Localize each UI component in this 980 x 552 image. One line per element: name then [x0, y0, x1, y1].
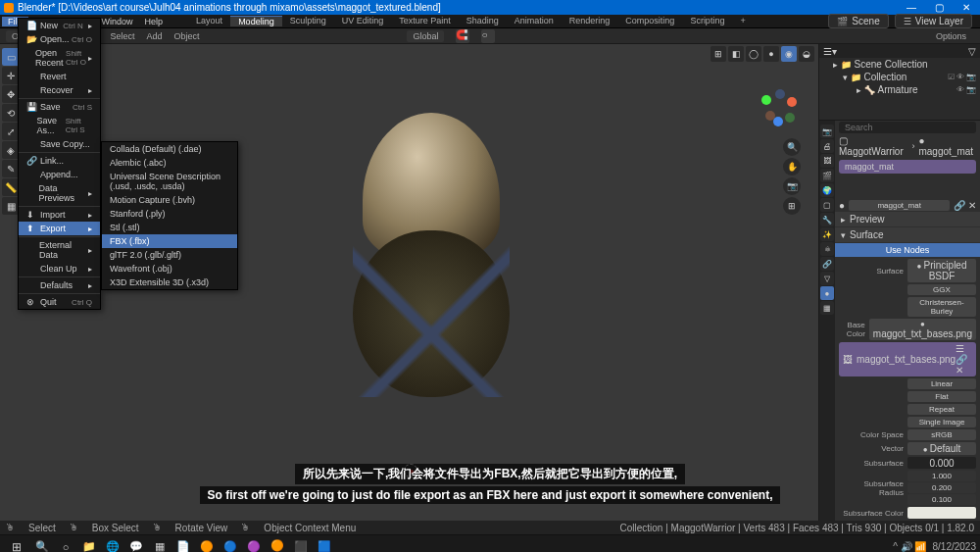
hdr-add[interactable]: Add	[146, 31, 162, 41]
export-x3d[interactable]: X3D Extensible 3D (.x3d)	[102, 276, 237, 289]
snap-icon[interactable]: 🧲	[456, 29, 469, 43]
ptab-data[interactable]: ▽	[820, 272, 834, 285]
basecolor-field[interactable]: ● maggot_txt_bases.png	[869, 319, 976, 340]
tab-add[interactable]: +	[732, 16, 753, 26]
export-motion[interactable]: Motion Capture (.bvh)	[102, 193, 237, 207]
file-menu-revert[interactable]: Revert	[19, 70, 100, 83]
file-menu-external-data[interactable]: External Data▸	[19, 238, 100, 262]
ptab-modifier[interactable]: 🔧	[820, 213, 834, 226]
material-properties[interactable]: ▢ MaggotWarrior › ● maggot_mat maggot_ma…	[835, 121, 980, 521]
radius-field[interactable]: 0.200	[907, 482, 976, 493]
file-menu-save[interactable]: 💾SaveCtrl S	[19, 100, 100, 114]
file-menu-save-as-[interactable]: Save As...Shift Ctrl S	[19, 114, 100, 137]
ptab-physics[interactable]: ⚛	[820, 242, 834, 256]
ptab-output[interactable]: 🖨	[820, 139, 834, 153]
export-universal[interactable]: Universal Scene Description (.usd, .usdc…	[102, 170, 237, 193]
tab-animation[interactable]: Animation	[507, 16, 562, 26]
file-menu-new[interactable]: 📄NewCtrl N▸	[19, 19, 100, 32]
ptab-render[interactable]: 📷	[820, 125, 834, 138]
task-app-icon[interactable]: ▦	[149, 537, 171, 553]
distribution-dropdown[interactable]: GGX	[907, 284, 976, 295]
tab-shading[interactable]: Shading	[459, 16, 507, 26]
overlays-icon[interactable]: ⊞	[710, 46, 726, 62]
ptab-particle[interactable]: ✨	[820, 227, 834, 241]
task-app-icon[interactable]: 🟦	[314, 537, 335, 553]
rendered-icon[interactable]: ◒	[799, 46, 814, 62]
task-explorer-icon[interactable]: 📁	[78, 537, 100, 553]
breadcrumb-mat[interactable]: ● maggot_mat	[918, 135, 976, 157]
ptab-material[interactable]: ●	[820, 286, 834, 300]
task-cortana-icon[interactable]: ○	[55, 537, 76, 553]
export-gltf[interactable]: glTF 2.0 (.glb/.gltf)	[102, 248, 237, 262]
source-field[interactable]: Single Image	[907, 417, 976, 427]
orbit-gizmo[interactable]	[758, 87, 801, 130]
use-nodes-button[interactable]: Use Nodes	[835, 243, 980, 257]
file-menu-import[interactable]: ⬇Import▸	[19, 208, 100, 222]
export-alembic[interactable]: Alembic (.abc)	[102, 156, 237, 170]
vector-field[interactable]: ● Default	[907, 442, 976, 455]
scene-selector[interactable]: 🎬 Scene	[828, 14, 888, 28]
pan-icon[interactable]: ✋	[783, 158, 801, 176]
image-name[interactable]: maggot_txt_bases.png	[857, 354, 956, 365]
ptab-world[interactable]: 🌍	[820, 183, 834, 197]
tab-texture[interactable]: Texture Paint	[391, 16, 459, 26]
tab-rendering[interactable]: Rendering	[562, 16, 618, 26]
ptab-texture[interactable]: ▦	[820, 301, 834, 315]
solid-icon[interactable]: ●	[763, 46, 779, 62]
maximize-button[interactable]: ▢	[929, 2, 949, 13]
file-menu-quit[interactable]: ⊗QuitCtrl Q	[19, 295, 100, 309]
wireframe-icon[interactable]: ◯	[746, 46, 761, 62]
file-menu-recover[interactable]: Recover▸	[19, 83, 100, 97]
radius-field[interactable]: 1.000	[907, 471, 976, 481]
task-whatsapp-icon[interactable]: 💬	[125, 537, 147, 553]
persp-icon[interactable]: ⊞	[783, 197, 801, 215]
export-collada[interactable]: Collada (Default) (.dae)	[102, 142, 237, 156]
proj-field[interactable]: Flat	[907, 391, 976, 402]
ptab-view[interactable]: 🖼	[820, 154, 834, 168]
material-name-field[interactable]: maggot_mat	[849, 200, 950, 211]
sss-method-dropdown[interactable]: Christensen-Burley	[907, 297, 976, 317]
xray-icon[interactable]: ◧	[728, 46, 744, 62]
file-menu-data-previews[interactable]: Data Previews▸	[19, 181, 100, 205]
file-menu-open-recent[interactable]: Open RecentShift Ctrl O▸	[19, 46, 100, 70]
task-chrome-icon[interactable]: 🌐	[102, 537, 123, 553]
proportional-icon[interactable]: ○	[481, 29, 495, 43]
scene-collection-row[interactable]: ▸ 📁 Scene Collection	[819, 58, 980, 71]
file-menu-clean-up[interactable]: Clean Up▸	[19, 262, 100, 276]
ptab-object[interactable]: ▢	[820, 198, 834, 212]
outliner[interactable]: ☰▾ ▽ ▸ 📁 Scene Collection ▾ 📁 Collection…	[819, 44, 980, 121]
export-wavefront[interactable]: Wavefront (.obj)	[102, 262, 237, 276]
file-menu-save-copy-[interactable]: Save Copy...	[19, 137, 100, 151]
export-stl[interactable]: Stl (.stl)	[102, 221, 237, 234]
tab-modeling[interactable]: Modeling	[230, 16, 282, 26]
file-menu-open-[interactable]: 📂Open...Ctrl O	[19, 32, 100, 46]
hdr-options[interactable]: Options	[936, 31, 966, 41]
close-button[interactable]: ✕	[956, 2, 976, 13]
tab-scripting[interactable]: Scripting	[682, 16, 732, 26]
export-stanford[interactable]: Stanford (.ply)	[102, 207, 237, 221]
prop-search[interactable]	[839, 122, 976, 133]
file-menu-append-[interactable]: Append...	[19, 168, 100, 181]
tray-icons[interactable]: ^ 🔊 📶	[893, 541, 926, 552]
armature-row[interactable]: ▸ 🦴 Armature👁 📷	[819, 83, 980, 96]
export-fbx[interactable]: FBX (.fbx)	[102, 234, 237, 248]
filter-icon[interactable]: ▽	[968, 46, 976, 57]
task-app-icon[interactable]: ⬛	[290, 537, 312, 553]
radius-field[interactable]: 0.100	[907, 494, 976, 505]
menu-help[interactable]: Help	[139, 17, 170, 26]
file-menu-export[interactable]: ⬆Export▸	[19, 222, 100, 235]
file-menu-link-[interactable]: 🔗Link...	[19, 154, 100, 168]
task-app-icon[interactable]: 🟣	[243, 537, 265, 553]
zoom-icon[interactable]: 🔍	[783, 138, 801, 156]
slider-subsurface[interactable]: 0.000	[907, 457, 976, 469]
tab-layout[interactable]: Layout	[188, 16, 230, 26]
hdr-select[interactable]: Select	[110, 31, 134, 41]
camera-icon[interactable]: 📷	[783, 177, 801, 195]
tab-compositing[interactable]: Compositing	[617, 16, 682, 26]
task-app-icon[interactable]: 🟠	[196, 537, 218, 553]
ext-field[interactable]: Repeat	[907, 404, 976, 415]
colorspace-field[interactable]: sRGB	[907, 429, 976, 440]
task-app-icon[interactable]: 📄	[172, 537, 194, 553]
preview-header[interactable]: ▸ Preview	[835, 212, 980, 226]
color-swatch[interactable]	[907, 507, 976, 519]
